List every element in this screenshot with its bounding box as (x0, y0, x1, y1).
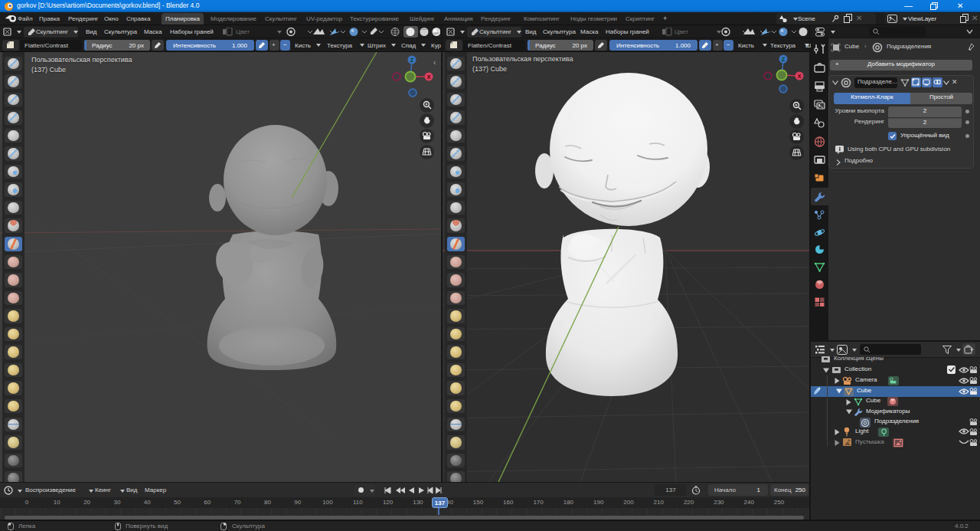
svg-text:Z: Z (782, 57, 786, 62)
svg-text:Z: Z (410, 57, 414, 63)
svg-text:X: X (427, 74, 431, 80)
svg-text:X: X (798, 74, 802, 79)
